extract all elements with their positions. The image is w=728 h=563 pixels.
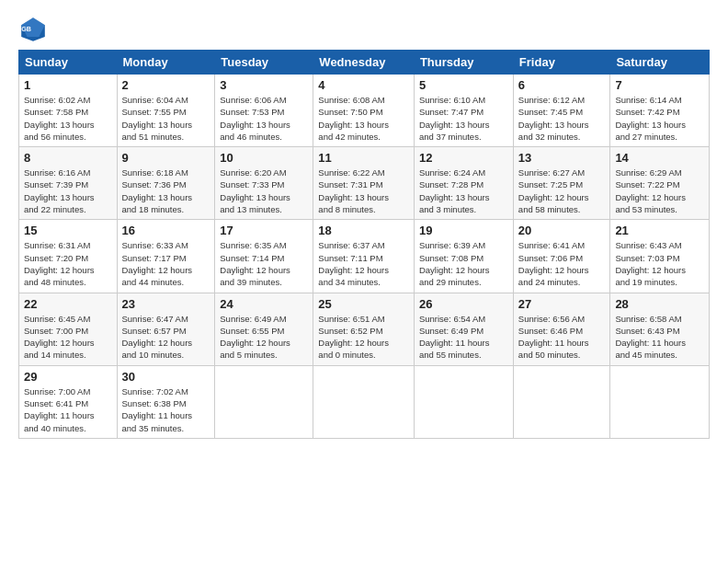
- day-cell: [313, 365, 415, 438]
- week-row-3: 15Sunrise: 6:31 AM Sunset: 7:20 PM Dayli…: [19, 220, 710, 293]
- day-cell: 9Sunrise: 6:18 AM Sunset: 7:36 PM Daylig…: [117, 147, 215, 220]
- day-info: Sunrise: 6:45 AM Sunset: 7:00 PM Dayligh…: [24, 313, 112, 362]
- day-number: 30: [122, 370, 210, 384]
- day-cell: 6Sunrise: 6:12 AM Sunset: 7:45 PM Daylig…: [513, 75, 610, 147]
- day-cell: 19Sunrise: 6:39 AM Sunset: 7:08 PM Dayli…: [414, 220, 513, 293]
- day-number: 24: [220, 297, 308, 311]
- day-info: Sunrise: 6:56 AM Sunset: 6:46 PM Dayligh…: [518, 313, 606, 362]
- header: GB: [18, 15, 710, 44]
- day-cell: 13Sunrise: 6:27 AM Sunset: 7:25 PM Dayli…: [513, 147, 610, 220]
- day-info: Sunrise: 6:27 AM Sunset: 7:25 PM Dayligh…: [518, 167, 606, 215]
- day-info: Sunrise: 6:14 AM Sunset: 7:42 PM Dayligh…: [615, 94, 704, 143]
- day-number: 19: [419, 224, 508, 237]
- day-number: 17: [220, 224, 308, 237]
- day-number: 16: [122, 224, 210, 237]
- day-number: 5: [419, 78, 508, 92]
- col-header-monday: Monday: [117, 51, 215, 75]
- col-header-friday: Friday: [513, 51, 610, 75]
- day-cell: 4Sunrise: 6:08 AM Sunset: 7:50 PM Daylig…: [313, 75, 415, 147]
- day-number: 8: [24, 151, 112, 165]
- week-row-1: 1Sunrise: 6:02 AM Sunset: 7:58 PM Daylig…: [19, 75, 710, 147]
- day-info: Sunrise: 6:06 AM Sunset: 7:53 PM Dayligh…: [220, 94, 308, 143]
- week-row-4: 22Sunrise: 6:45 AM Sunset: 7:00 PM Dayli…: [19, 293, 710, 365]
- day-info: Sunrise: 6:33 AM Sunset: 7:17 PM Dayligh…: [122, 239, 210, 288]
- col-header-thursday: Thursday: [414, 51, 513, 75]
- header-row: SundayMondayTuesdayWednesdayThursdayFrid…: [19, 51, 710, 75]
- day-cell: 14Sunrise: 6:29 AM Sunset: 7:22 PM Dayli…: [610, 147, 710, 220]
- day-cell: 18Sunrise: 6:37 AM Sunset: 7:11 PM Dayli…: [313, 220, 415, 293]
- day-cell: 23Sunrise: 6:47 AM Sunset: 6:57 PM Dayli…: [117, 293, 215, 365]
- day-cell: 11Sunrise: 6:22 AM Sunset: 7:31 PM Dayli…: [313, 147, 415, 220]
- day-info: Sunrise: 6:54 AM Sunset: 6:49 PM Dayligh…: [419, 313, 508, 362]
- col-header-sunday: Sunday: [19, 51, 118, 75]
- day-info: Sunrise: 6:37 AM Sunset: 7:11 PM Dayligh…: [318, 239, 409, 288]
- day-cell: [610, 365, 710, 438]
- day-number: 29: [24, 370, 112, 384]
- logo-icon: GB: [18, 15, 48, 44]
- day-cell: [414, 365, 513, 438]
- day-cell: 21Sunrise: 6:43 AM Sunset: 7:03 PM Dayli…: [610, 220, 710, 293]
- day-cell: 24Sunrise: 6:49 AM Sunset: 6:55 PM Dayli…: [215, 293, 313, 365]
- day-cell: 28Sunrise: 6:58 AM Sunset: 6:43 PM Dayli…: [610, 293, 710, 365]
- day-info: Sunrise: 6:24 AM Sunset: 7:28 PM Dayligh…: [419, 167, 508, 215]
- day-info: Sunrise: 7:02 AM Sunset: 6:38 PM Dayligh…: [122, 385, 210, 434]
- day-number: 27: [518, 297, 606, 311]
- col-header-tuesday: Tuesday: [215, 51, 313, 75]
- page: GB SundayMondayTuesdayWednesdayThursdayF…: [0, 0, 728, 448]
- col-header-wednesday: Wednesday: [313, 51, 415, 75]
- day-info: Sunrise: 6:18 AM Sunset: 7:36 PM Dayligh…: [122, 167, 210, 215]
- day-cell: 10Sunrise: 6:20 AM Sunset: 7:33 PM Dayli…: [215, 147, 313, 220]
- day-cell: 7Sunrise: 6:14 AM Sunset: 7:42 PM Daylig…: [610, 75, 710, 147]
- day-number: 6: [518, 78, 606, 92]
- calendar: SundayMondayTuesdayWednesdayThursdayFrid…: [18, 50, 710, 439]
- day-number: 11: [318, 151, 409, 165]
- day-cell: 22Sunrise: 6:45 AM Sunset: 7:00 PM Dayli…: [19, 293, 118, 365]
- day-info: Sunrise: 6:02 AM Sunset: 7:58 PM Dayligh…: [24, 94, 112, 143]
- day-number: 22: [24, 297, 112, 311]
- day-number: 13: [518, 151, 606, 165]
- day-number: 14: [615, 151, 704, 165]
- day-info: Sunrise: 6:58 AM Sunset: 6:43 PM Dayligh…: [615, 313, 704, 362]
- day-number: 20: [518, 224, 606, 237]
- day-info: Sunrise: 6:10 AM Sunset: 7:47 PM Dayligh…: [419, 94, 508, 143]
- day-number: 25: [318, 297, 409, 311]
- day-number: 18: [318, 224, 409, 237]
- day-cell: 3Sunrise: 6:06 AM Sunset: 7:53 PM Daylig…: [215, 75, 313, 147]
- day-info: Sunrise: 6:16 AM Sunset: 7:39 PM Dayligh…: [24, 167, 112, 215]
- day-info: Sunrise: 6:35 AM Sunset: 7:14 PM Dayligh…: [220, 239, 308, 288]
- day-info: Sunrise: 6:04 AM Sunset: 7:55 PM Dayligh…: [122, 94, 210, 143]
- day-info: Sunrise: 6:43 AM Sunset: 7:03 PM Dayligh…: [615, 239, 704, 288]
- day-info: Sunrise: 6:39 AM Sunset: 7:08 PM Dayligh…: [419, 239, 508, 288]
- day-info: Sunrise: 6:31 AM Sunset: 7:20 PM Dayligh…: [24, 239, 112, 288]
- day-cell: 16Sunrise: 6:33 AM Sunset: 7:17 PM Dayli…: [117, 220, 215, 293]
- day-cell: 8Sunrise: 6:16 AM Sunset: 7:39 PM Daylig…: [19, 147, 118, 220]
- day-cell: [215, 365, 313, 438]
- day-info: Sunrise: 6:47 AM Sunset: 6:57 PM Dayligh…: [122, 313, 210, 362]
- day-cell: 27Sunrise: 6:56 AM Sunset: 6:46 PM Dayli…: [513, 293, 610, 365]
- day-number: 26: [419, 297, 508, 311]
- day-info: Sunrise: 6:22 AM Sunset: 7:31 PM Dayligh…: [318, 167, 409, 215]
- day-cell: 20Sunrise: 6:41 AM Sunset: 7:06 PM Dayli…: [513, 220, 610, 293]
- day-cell: 5Sunrise: 6:10 AM Sunset: 7:47 PM Daylig…: [414, 75, 513, 147]
- day-cell: 17Sunrise: 6:35 AM Sunset: 7:14 PM Dayli…: [215, 220, 313, 293]
- day-info: Sunrise: 6:12 AM Sunset: 7:45 PM Dayligh…: [518, 94, 606, 143]
- day-number: 1: [24, 78, 112, 92]
- day-info: Sunrise: 6:41 AM Sunset: 7:06 PM Dayligh…: [518, 239, 606, 288]
- day-info: Sunrise: 6:49 AM Sunset: 6:55 PM Dayligh…: [220, 313, 308, 362]
- day-number: 21: [615, 224, 704, 237]
- day-cell: 29Sunrise: 7:00 AM Sunset: 6:41 PM Dayli…: [19, 365, 118, 438]
- col-header-saturday: Saturday: [610, 51, 710, 75]
- day-number: 23: [122, 297, 210, 311]
- day-cell: 25Sunrise: 6:51 AM Sunset: 6:52 PM Dayli…: [313, 293, 415, 365]
- day-number: 9: [122, 151, 210, 165]
- day-cell: 15Sunrise: 6:31 AM Sunset: 7:20 PM Dayli…: [19, 220, 118, 293]
- day-info: Sunrise: 6:08 AM Sunset: 7:50 PM Dayligh…: [318, 94, 409, 143]
- day-info: Sunrise: 6:29 AM Sunset: 7:22 PM Dayligh…: [615, 167, 704, 215]
- day-cell: [513, 365, 610, 438]
- day-cell: 12Sunrise: 6:24 AM Sunset: 7:28 PM Dayli…: [414, 147, 513, 220]
- day-number: 10: [220, 151, 308, 165]
- day-info: Sunrise: 7:00 AM Sunset: 6:41 PM Dayligh…: [24, 385, 112, 434]
- day-cell: 2Sunrise: 6:04 AM Sunset: 7:55 PM Daylig…: [117, 75, 215, 147]
- day-info: Sunrise: 6:51 AM Sunset: 6:52 PM Dayligh…: [318, 313, 409, 362]
- day-cell: 1Sunrise: 6:02 AM Sunset: 7:58 PM Daylig…: [19, 75, 118, 147]
